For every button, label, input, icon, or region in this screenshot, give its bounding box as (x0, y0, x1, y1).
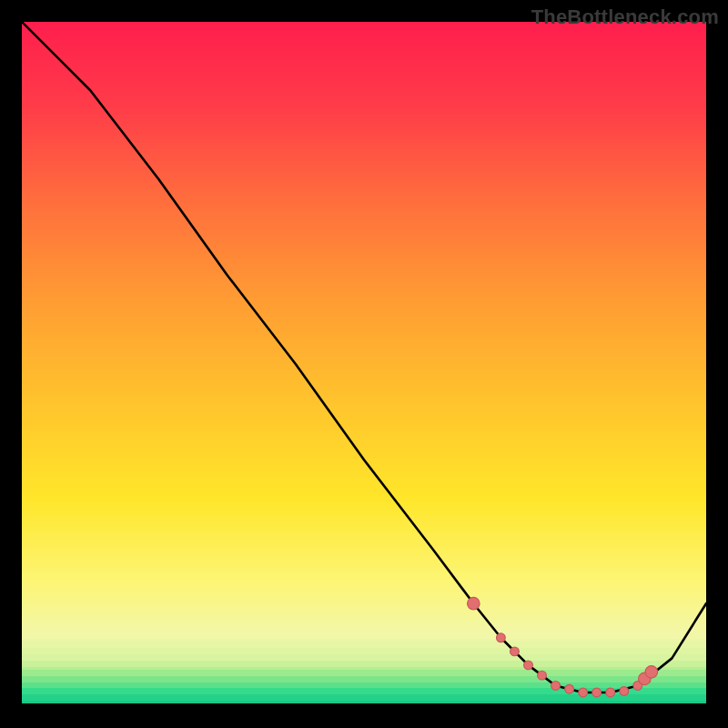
highlight-dot (538, 671, 547, 680)
chart-frame: TheBottleneck.com (0, 0, 728, 728)
watermark-text: TheBottleneck.com (531, 5, 719, 29)
highlight-dot (592, 688, 602, 697)
highlight-dot (579, 688, 588, 697)
highlight-dot (620, 687, 629, 696)
highlight-dot (645, 666, 658, 679)
highlight-dot (565, 684, 574, 693)
highlight-dot (551, 682, 561, 691)
highlight-dots (468, 597, 658, 696)
chart-svg (22, 22, 706, 706)
highlight-dot (468, 597, 480, 610)
highlight-dot (524, 661, 533, 670)
highlight-dot (497, 633, 506, 642)
curve-line (22, 22, 706, 693)
highlight-dot (511, 647, 520, 656)
highlight-dot (606, 688, 615, 697)
plot-area (22, 22, 706, 706)
